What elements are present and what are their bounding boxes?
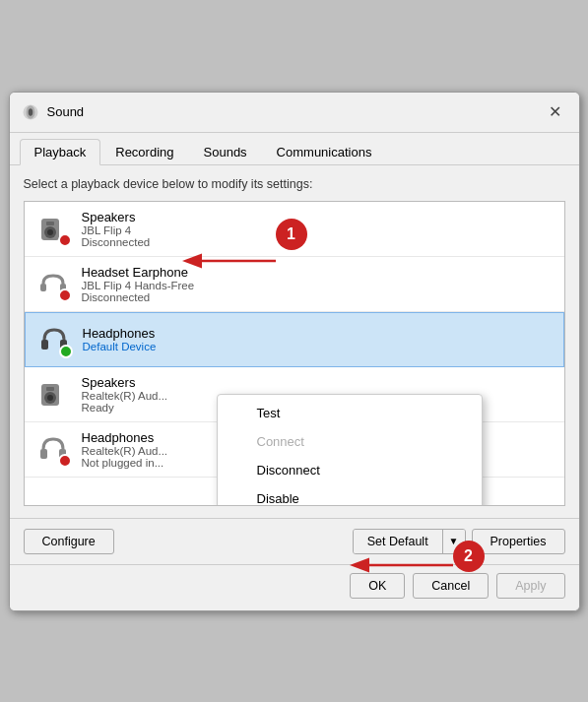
svg-point-15	[47, 395, 53, 401]
device-icon-speakers-realtek	[34, 375, 72, 413]
device-info-headphones-default: Headphones Default Device	[83, 326, 554, 352]
svg-rect-17	[40, 449, 47, 459]
close-button[interactable]: ✕	[544, 100, 567, 124]
annotation-circle-2: 2	[453, 541, 485, 572]
device-icon-speakers-jbl	[34, 210, 72, 247]
tab-bar: Playback Recording Sounds Communications	[10, 133, 579, 165]
footer-left: Configure	[24, 529, 114, 554]
svg-rect-7	[40, 284, 46, 291]
context-label-test: Test	[257, 406, 281, 420]
device-info-headset: Headset Earphone JBL Flip 4 Hands-Free D…	[82, 265, 555, 303]
ok-button[interactable]: OK	[350, 573, 405, 599]
context-item-test[interactable]: Test	[218, 399, 482, 427]
cancel-button[interactable]: Cancel	[413, 573, 489, 599]
device-icon-headphones-default	[35, 321, 73, 358]
device-name-1: Speakers	[82, 210, 555, 224]
configure-button[interactable]: Configure	[24, 529, 114, 554]
svg-point-2	[28, 108, 33, 116]
device-name-4: Speakers	[82, 375, 555, 390]
device-sub1-3: Default Device	[83, 341, 554, 352]
apply-button[interactable]: Apply	[496, 573, 564, 599]
title-bar-left: Sound	[22, 103, 85, 121]
status-dot-red-1	[58, 233, 72, 247]
context-menu: Test Connect Disconnect Disable ✓ Show D…	[217, 394, 483, 506]
annotation-circle-1: 1	[276, 219, 307, 250]
status-dot-red-5	[58, 454, 72, 468]
set-default-button[interactable]: Set Default	[354, 530, 442, 553]
context-label-disconnect: Disconnect	[257, 463, 320, 478]
context-label-disable: Disable	[257, 491, 299, 506]
tab-recording[interactable]: Recording	[100, 139, 188, 164]
properties-footer-button[interactable]: Properties	[472, 529, 565, 554]
device-sub2-2: Disconnected	[82, 291, 555, 303]
device-name-3: Headphones	[83, 326, 554, 341]
context-item-disable[interactable]: Disable	[218, 484, 482, 506]
annotation-1: 1	[276, 219, 307, 250]
dialog-footer: Configure Set Default ▼ Properties	[10, 518, 579, 564]
device-name-2: Headset Earphone	[82, 265, 555, 280]
svg-rect-16	[46, 387, 54, 391]
device-info-speakers-jbl: Speakers JBL Flip 4 Disconnected	[82, 210, 555, 248]
status-dot-green-3	[59, 345, 73, 358]
device-item-headphones-default[interactable]: Headphones Default Device	[25, 312, 564, 367]
svg-rect-11	[41, 340, 48, 350]
speaker-realtek-svg	[35, 376, 71, 412]
set-default-group: Set Default ▼	[353, 529, 466, 554]
ok-cancel-row: OK Cancel Apply	[10, 564, 579, 610]
title-bar: Sound ✕	[10, 93, 579, 133]
window-title: Sound	[47, 104, 85, 119]
device-icon-headphones-realtek	[34, 430, 72, 468]
status-dot-red-2	[58, 288, 72, 302]
tab-communications[interactable]: Communications	[262, 139, 387, 164]
svg-point-5	[47, 229, 53, 235]
device-item-headset[interactable]: Headset Earphone JBL Flip 4 Hands-Free D…	[25, 257, 564, 312]
tab-sounds[interactable]: Sounds	[189, 139, 262, 164]
annotation-2: 2	[453, 541, 485, 572]
tab-playback[interactable]: Playback	[20, 139, 101, 165]
sound-icon	[22, 103, 39, 121]
context-label-connect: Connect	[257, 434, 304, 449]
device-sub1-2: JBL Flip 4 Hands-Free	[82, 280, 555, 291]
sound-dialog: Sound ✕ Playback Recording Sounds Commun…	[9, 92, 580, 611]
context-item-connect: Connect	[218, 427, 482, 456]
description-text: Select a playback device below to modify…	[24, 177, 565, 191]
device-sub2-1: Disconnected	[82, 236, 555, 248]
context-item-disconnect[interactable]: Disconnect	[218, 456, 482, 484]
svg-rect-6	[46, 222, 54, 225]
device-sub1-1: JBL Flip 4	[82, 224, 555, 236]
device-icon-headset	[34, 265, 72, 302]
